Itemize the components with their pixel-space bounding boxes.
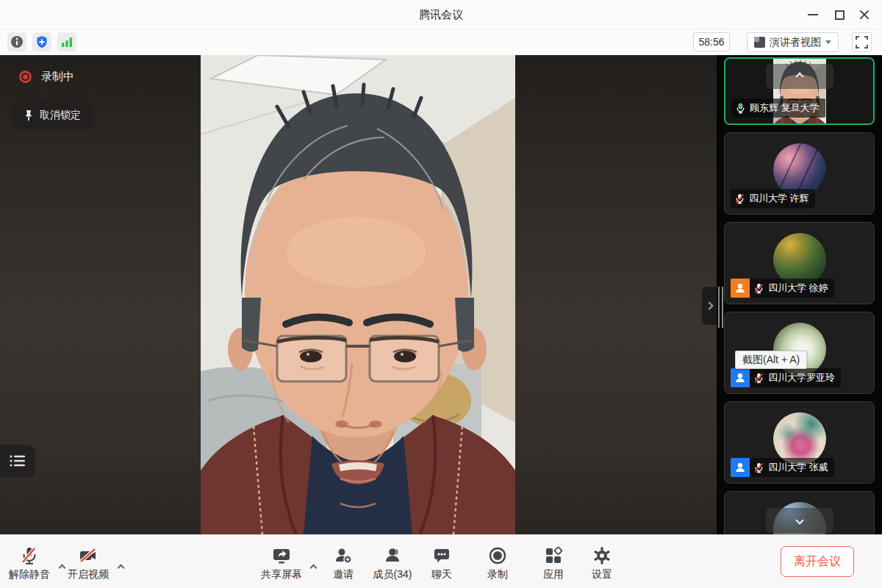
participant-name: 四川大学罗亚玲	[768, 371, 835, 384]
participant-label: 四川大学 张威	[731, 458, 834, 477]
leave-meeting-button[interactable]: 离开会议	[781, 546, 854, 577]
person-badge-icon	[731, 458, 750, 477]
fullscreen-button[interactable]	[852, 32, 872, 52]
tencent-meeting-window: 腾讯会议 58:56 演讲者视图 录制中	[0, 0, 882, 588]
unpin-button[interactable]: 取消锁定	[12, 101, 93, 129]
screenshot-tooltip: 截图(Alt + A)	[735, 351, 807, 369]
view-mode-label: 演讲者视图	[770, 36, 821, 49]
meeting-timer: 58:56	[693, 32, 730, 51]
pin-icon	[24, 110, 34, 121]
caption-list-icon	[9, 454, 26, 467]
scroll-up-icon	[795, 72, 803, 80]
network-quality-button[interactable]	[57, 32, 76, 51]
participant-label: 四川大学 徐婷	[731, 279, 834, 298]
scroll-down-icon	[795, 516, 803, 524]
participant-tile-zhangwei[interactable]: 四川大学 张威	[724, 401, 875, 484]
scroll-down-button[interactable]	[766, 508, 833, 533]
recording-label: 录制中	[41, 70, 74, 84]
participant-tile-xuting[interactable]: 四川大学 徐婷	[724, 222, 875, 304]
participant-tile-partial[interactable]	[724, 491, 875, 534]
recording-indicator: 录制中	[19, 70, 74, 84]
fullscreen-icon	[856, 36, 868, 49]
participant-name: 顾东辉 复旦大学	[750, 101, 820, 115]
settings-button[interactable]: 设置	[571, 543, 633, 581]
title-bar: 腾讯会议	[0, 0, 882, 29]
security-button[interactable]	[32, 32, 51, 51]
participants-sidebar: 顾东辉 复旦大学 四川大学 许辉 四川	[717, 55, 882, 534]
participant-tile-xuhui[interactable]: 四川大学 许辉	[724, 132, 875, 215]
record-label: 录制	[467, 568, 528, 581]
participant-label: 四川大学罗亚玲	[731, 368, 841, 387]
sidebar-drag-handle[interactable]	[718, 287, 724, 328]
bottom-toolbar: 解除静音 开启视频 共享屏幕	[0, 534, 882, 588]
participant-name: 四川大学 张威	[768, 461, 828, 474]
record-button[interactable]: 录制	[467, 543, 528, 581]
chat-icon	[432, 546, 451, 565]
share-screen-icon	[272, 546, 291, 565]
participant-label: 四川大学 许辉	[731, 189, 815, 208]
participant-label: 顾东辉 复旦大学	[731, 98, 825, 118]
main-stage: 录制中 取消锁定	[0, 55, 717, 534]
camera-slash-icon	[79, 546, 98, 565]
meeting-info-button[interactable]	[7, 32, 26, 51]
network-quality-icon	[60, 35, 74, 49]
start-video-button[interactable]: 开启视频	[57, 543, 119, 581]
unmute-button[interactable]: 解除静音	[0, 543, 60, 581]
person-badge-icon	[731, 368, 750, 387]
apps-icon	[544, 546, 563, 565]
record-icon	[488, 546, 507, 565]
mic-on-icon	[735, 103, 746, 114]
recording-dot-icon	[19, 71, 32, 83]
view-mode-button[interactable]: 演讲者视图	[747, 32, 839, 52]
participant-name: 四川大学 徐婷	[768, 282, 828, 295]
collapse-chevron-icon	[705, 301, 713, 309]
participant-tile-luoyaling[interactable]: 截图(Alt + A) 四川大学罗亚玲	[724, 312, 875, 394]
window-title: 腾讯会议	[0, 0, 882, 29]
close-icon	[858, 9, 870, 21]
caption-list-button[interactable]	[0, 445, 35, 477]
scroll-up-button[interactable]	[766, 64, 833, 89]
minimize-button[interactable]	[803, 4, 823, 25]
security-shield-icon	[35, 35, 49, 49]
mic-slash-icon	[20, 546, 39, 565]
mic-muted-icon	[753, 462, 764, 473]
invite-icon	[334, 546, 353, 565]
speaker-video	[201, 55, 515, 534]
chat-label: 聊天	[411, 568, 473, 581]
mic-muted-icon	[734, 193, 745, 204]
chat-button[interactable]: 聊天	[411, 543, 473, 581]
start-video-label: 开启视频	[57, 568, 119, 581]
mic-muted-icon	[753, 283, 764, 294]
share-screen-button[interactable]: 共享屏幕	[251, 543, 312, 581]
participant-name: 四川大学 许辉	[749, 192, 809, 205]
participant-tile-gudonghui[interactable]: 顾东辉 复旦大学	[724, 57, 875, 125]
settings-icon	[592, 546, 612, 565]
person-badge-icon	[731, 279, 750, 298]
share-screen-label: 共享屏幕	[251, 568, 312, 581]
video-options-caret[interactable]	[115, 562, 126, 573]
unpin-label: 取消锁定	[40, 109, 81, 122]
maximize-icon	[835, 10, 845, 20]
mic-muted-icon	[753, 373, 764, 384]
dropdown-caret-icon	[825, 40, 831, 44]
minimize-icon	[808, 14, 818, 15]
info-icon	[10, 35, 24, 49]
sidebar-collapse-button[interactable]	[702, 287, 717, 325]
members-icon	[383, 546, 402, 565]
unmute-label: 解除静音	[0, 568, 60, 581]
settings-label: 设置	[571, 568, 633, 581]
caret-up-icon	[117, 564, 124, 571]
close-button[interactable]	[854, 4, 875, 25]
meeting-toolbar: 58:56 演讲者视图	[0, 29, 882, 55]
layout-icon	[754, 37, 765, 48]
maximize-button[interactable]	[829, 4, 850, 25]
